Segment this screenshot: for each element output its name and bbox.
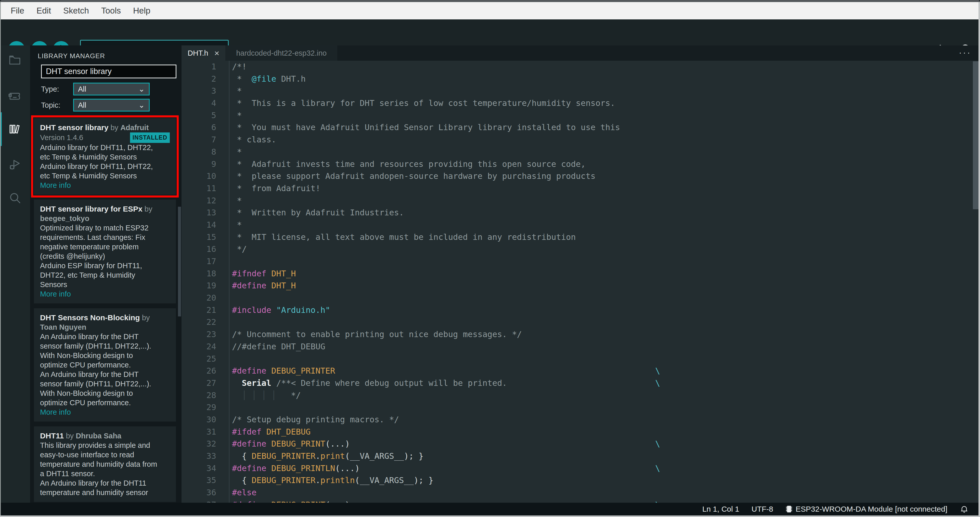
code-text: * Written by Adafruit Industries.	[232, 207, 404, 219]
more-info-link[interactable]: More info	[40, 407, 170, 417]
code-line: 29	[181, 401, 980, 414]
cursor-position[interactable]: Ln 1, Col 1	[702, 505, 739, 514]
notifications-bell-icon[interactable]	[959, 504, 969, 514]
library-entry[interactable]: DHT11 by Dhruba SahaThis library provide…	[34, 426, 176, 502]
menu-item-sketch[interactable]: Sketch	[57, 4, 95, 18]
code-line: 11 * from Adafruit!	[181, 182, 980, 195]
code-line: 9 * Adafruit invests time and resources …	[181, 158, 980, 171]
line-number: 30	[181, 414, 216, 426]
line-number: 29	[181, 401, 216, 414]
library-entry[interactable]: DHT sensor library for ESPx by beegee_to…	[34, 199, 176, 303]
line-number: 25	[181, 353, 216, 365]
more-actions-icon[interactable]: ···	[959, 48, 971, 57]
line-number: 23	[181, 329, 216, 341]
line-continuation: \	[655, 365, 660, 377]
tab-label: hardcoded-dht22-esp32.ino	[236, 49, 326, 57]
sidebar-item-library-manager[interactable]	[8, 122, 22, 136]
more-info-link[interactable]: More info	[40, 289, 170, 299]
library-entry-description-line: temperature and humidity data from	[40, 460, 170, 469]
library-entry-description-line: This library provides a simple and	[40, 441, 170, 450]
toolbar: ESP32-WROOM-DA Module ▾	[0, 19, 980, 45]
line-number: 2	[181, 73, 216, 85]
code-line: 19#define DHT_H	[181, 280, 980, 292]
code-line: 15 * MIT license, all text above must be…	[181, 231, 980, 243]
close-icon[interactable]: ×	[215, 49, 220, 57]
line-number: 13	[181, 207, 216, 219]
code-line: 14 *	[181, 219, 980, 231]
code-line: 3 *	[181, 85, 980, 97]
code-line: 24//#define DHT_DEBUG	[181, 341, 980, 353]
menu-item-tools[interactable]: Tools	[95, 4, 127, 18]
line-number: 36	[181, 487, 216, 499]
more-info-link[interactable]: More info	[40, 181, 170, 190]
sidebar-item-sketchbook[interactable]	[8, 53, 22, 67]
code-text: *	[232, 219, 242, 231]
library-entry-by-label: by	[143, 205, 153, 213]
menu-item-edit[interactable]: Edit	[30, 4, 57, 18]
library-entry-author: beegee_tokyo	[40, 214, 89, 222]
library-entry-header: DHT sensor library by Adafruit	[40, 123, 170, 132]
code-line: 10 * please support Adafruit andopen-sou…	[181, 170, 980, 182]
type-label: Type:	[41, 85, 73, 93]
library-entry-description-line: easy-to-use interface to read	[40, 450, 170, 460]
line-number: 31	[181, 426, 216, 438]
code-line: 30/* Setup debug printing macros. */	[181, 414, 980, 426]
library-entry-author: Adafruit	[120, 123, 149, 132]
code-line: 26#define DEBUG_PRINTER\	[181, 365, 980, 377]
code-text: * class.	[232, 134, 276, 146]
line-number: 28	[181, 389, 216, 402]
library-entry[interactable]: DHT sensor library by AdafruitVersion 1.…	[34, 118, 176, 195]
code-text: * Adafruit invests time and resources pr…	[232, 158, 585, 171]
line-number: 7	[181, 134, 216, 146]
line-continuation: \	[655, 499, 660, 503]
code-line: 2 * @file DHT.h	[181, 73, 980, 85]
window-right-edge	[978, 2, 980, 517]
sidebar-item-search[interactable]	[8, 191, 22, 205]
board-status[interactable]: ESP32-WROOM-DA Module [not connected]	[786, 505, 947, 514]
code-line: 13 * Written by Adafruit Industries.	[181, 207, 980, 219]
type-select[interactable]: All ⌄	[73, 83, 150, 96]
editor-tab-bar: DHT.h×hardcoded-dht22-esp32.ino···	[181, 45, 980, 61]
code-line: 27 Serial /**< Define where debug output…	[181, 377, 980, 389]
code-editor[interactable]: 1/*!2 * @file DHT.h3 *4 * This is a libr…	[181, 61, 980, 503]
code-text: *	[232, 146, 242, 158]
editor-scrollbar[interactable]	[973, 61, 978, 209]
code-text: #ifdef DHT_DEBUG	[232, 426, 310, 438]
line-number: 20	[181, 292, 216, 304]
line-number: 26	[181, 365, 216, 377]
chip-icon	[786, 505, 792, 514]
library-entry-description-line: requirements. Last changes: Fix	[40, 233, 170, 242]
library-entry-description-line: With Non-Blocking design to	[40, 389, 170, 398]
code-text: //#define DHT_DEBUG	[232, 341, 325, 353]
encoding[interactable]: UTF-8	[752, 505, 773, 514]
line-number: 5	[181, 110, 216, 122]
editor-tab-hardcoded-dht22-esp32-ino[interactable]: hardcoded-dht22-esp32.ino	[225, 45, 337, 61]
code-text: *	[232, 110, 242, 122]
line-number: 35	[181, 474, 216, 487]
library-entry-description-line: Sensors	[40, 280, 170, 289]
window-left-edge	[0, 2, 1, 515]
topic-select[interactable]: All ⌄	[73, 99, 150, 112]
library-search-input[interactable]	[41, 65, 177, 78]
library-entry-description-line: etc Temp & Humidity Sensors	[40, 171, 170, 181]
code-line: 35 { DEBUG_PRINTER.println(__VA_ARGS__);…	[181, 474, 980, 487]
menu-item-file[interactable]: File	[5, 4, 30, 18]
line-number: 9	[181, 158, 216, 171]
code-line: 5 *	[181, 110, 980, 122]
library-entry-by-label: by	[108, 123, 120, 132]
line-number: 10	[181, 170, 216, 182]
sidebar-item-debug[interactable]	[8, 158, 22, 172]
panel-scrollbar[interactable]	[178, 207, 181, 316]
editor-tab-dht-h[interactable]: DHT.h×	[181, 45, 225, 61]
library-entry-description-line: An Arduino library for the DHT	[40, 332, 170, 341]
code-text: *	[232, 85, 242, 97]
code-line: 23/* Uncomment to enable printing out ni…	[181, 329, 980, 341]
library-entry-description-line: An Arduino library for the DHT11	[40, 479, 170, 488]
line-number: 4	[181, 97, 216, 110]
code-line: 25	[181, 353, 980, 365]
sidebar-item-boards-manager[interactable]	[8, 89, 22, 103]
library-entry[interactable]: DHT Sensors Non-Blocking by Toan NguyenA…	[34, 308, 176, 421]
library-entry-version-row: Version 1.4.6INSTALLED	[40, 132, 170, 143]
menu-item-help[interactable]: Help	[127, 4, 156, 18]
library-entry-description-line: Arduino library for DHT11, DHT22,	[40, 162, 170, 171]
